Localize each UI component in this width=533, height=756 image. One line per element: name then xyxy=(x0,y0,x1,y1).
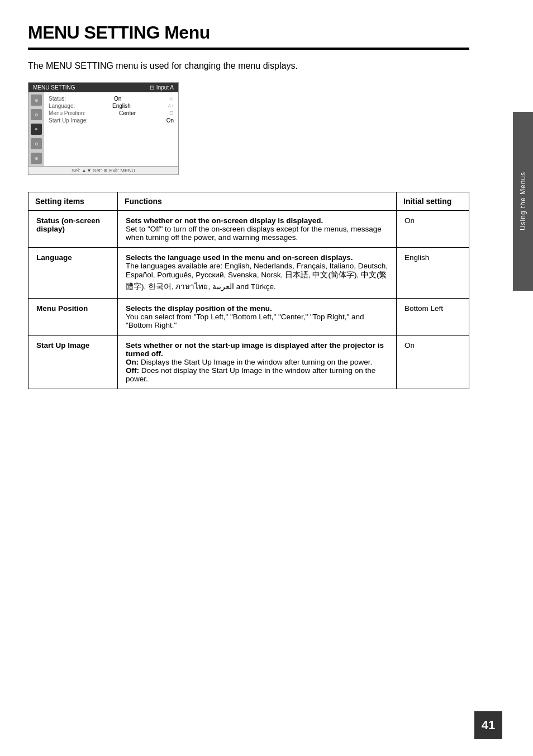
menu-title: MENU SETTING xyxy=(33,84,75,91)
menu-row-language: Language: English A↑ xyxy=(49,103,174,109)
page-content: MENU SETTING Menu The MENU SETTING menu … xyxy=(0,0,503,412)
setting-name-menu-position: Menu Position xyxy=(28,299,118,336)
setting-name-language: Language xyxy=(28,248,118,299)
menu-icon-1: ⊙ xyxy=(31,94,42,106)
menu-icon-5: ⊙ xyxy=(31,153,42,164)
table-row-menu-position: Menu Position Selects the display positi… xyxy=(28,299,469,336)
table-row-language: Language Selects the language used in th… xyxy=(28,248,469,299)
settings-table: Setting items Functions Initial setting … xyxy=(28,192,469,389)
function-status: Sets whether or not the on-screen displa… xyxy=(118,211,397,248)
intro-text: The MENU SETTING menu is used for changi… xyxy=(28,61,469,71)
initial-status: On xyxy=(397,211,469,248)
initial-menu-position: Bottom Left xyxy=(397,299,469,336)
tv-icon: ⊡ xyxy=(150,84,154,91)
menu-input-label: Input A xyxy=(156,84,174,91)
table-row-status: Status (on-screen display) Sets whether … xyxy=(28,211,469,248)
sidebar-label: Using the Menus xyxy=(519,172,527,230)
function-startup: Sets whether or not the start-up image i… xyxy=(118,336,397,389)
menu-body: ⊙ ⊙ ≡ ⊙ ⊙ Status: On ⊡ Language: English… xyxy=(28,92,178,166)
menu-icon-3-active: ≡ xyxy=(31,124,42,135)
function-menu-position: Selects the display position of the menu… xyxy=(118,299,397,336)
table-row-startup-image: Start Up Image Sets whether or not the s… xyxy=(28,336,469,389)
menu-footer: Sel: ▲▼ Set: ⊕ Exit: MENU xyxy=(28,166,178,174)
setting-name-startup: Start Up Image xyxy=(28,336,118,389)
setting-name-status: Status (on-screen display) xyxy=(28,211,118,248)
initial-startup: On xyxy=(397,336,469,389)
right-sidebar: Using the Menus xyxy=(513,112,533,291)
function-language: Selects the language used in the menu an… xyxy=(118,248,397,299)
page-number-area: 41 xyxy=(474,711,502,739)
initial-language: English xyxy=(397,248,469,299)
menu-row-startup: Start Up Image: On xyxy=(49,117,174,124)
menu-input-area: ⊡ Input A xyxy=(150,84,174,91)
page-title: MENU SETTING Menu xyxy=(28,22,469,50)
menu-icon-4: ⊙ xyxy=(31,138,42,149)
menu-row-status: Status: On ⊡ xyxy=(49,96,174,102)
page-number: 41 xyxy=(474,711,502,739)
menu-rows-area: Status: On ⊡ Language: English A↑ Menu P… xyxy=(44,92,178,166)
menu-row-position: Menu Position: Center ⊡ xyxy=(49,110,174,116)
menu-mockup: MENU SETTING ⊡ Input A ⊙ ⊙ ≡ ⊙ ⊙ Status:… xyxy=(28,82,179,175)
menu-header: MENU SETTING ⊡ Input A xyxy=(28,83,178,92)
menu-sidebar: ⊙ ⊙ ≡ ⊙ ⊙ xyxy=(28,92,44,166)
col-header-functions: Functions xyxy=(118,192,397,211)
col-header-initial: Initial setting xyxy=(397,192,469,211)
menu-icon-2: ⊙ xyxy=(31,109,42,120)
col-header-setting: Setting items xyxy=(28,192,118,211)
